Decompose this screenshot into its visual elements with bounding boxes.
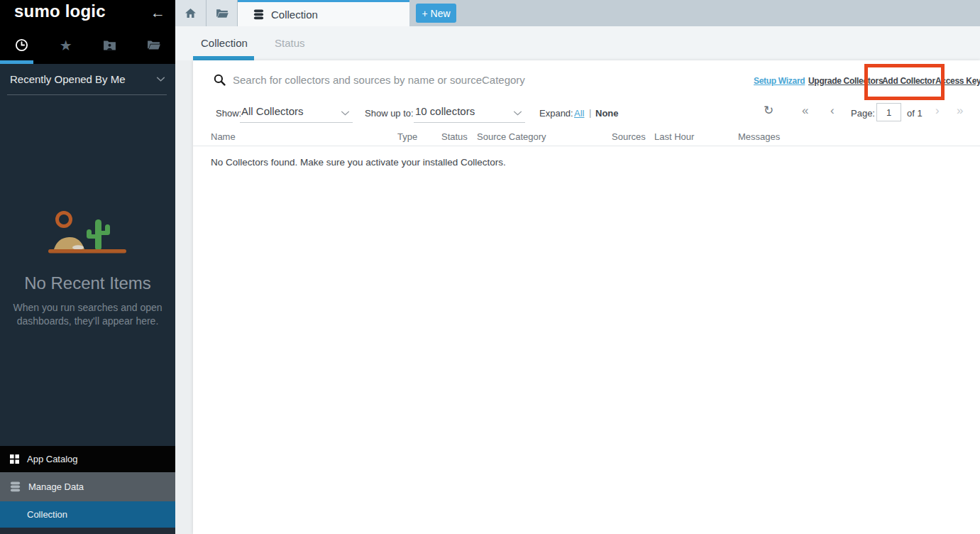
column-header-sources[interactable]: Sources xyxy=(612,131,646,142)
expand-separator: | xyxy=(589,107,591,118)
home-icon xyxy=(185,9,196,18)
search-input[interactable] xyxy=(233,70,673,89)
show-filter-label: Show: xyxy=(216,108,241,119)
recents-dropdown[interactable]: Recently Opened By Me xyxy=(0,64,175,96)
recents-dropdown-label: Recently Opened By Me xyxy=(10,73,126,85)
new-button[interactable]: + New xyxy=(416,4,456,23)
divider xyxy=(7,94,167,95)
tab-label: Collection xyxy=(271,9,318,21)
chevron-down-icon xyxy=(513,111,522,116)
main-area: Collection + New Collection Status Setup… xyxy=(175,0,980,534)
column-header-name[interactable]: Name xyxy=(211,131,236,142)
expand-label: Expand: xyxy=(539,108,573,119)
limit-filter-label: Show up to: xyxy=(365,108,414,119)
empty-table-message: No Collectors found. Make sure you activ… xyxy=(211,157,506,168)
content-area: Setup Wizard Upgrade Collectors Add Coll… xyxy=(175,60,980,534)
page-number-input[interactable] xyxy=(876,103,901,121)
sidebar: sumo logic ← ★ Recently Opened By Me xyxy=(0,0,175,534)
previous-page-icon[interactable]: ‹ xyxy=(830,104,835,118)
secondary-tabs: Collection Status xyxy=(175,26,980,60)
collection-panel: Setup Wizard Upgrade Collectors Add Coll… xyxy=(193,60,980,534)
refresh-icon[interactable]: ↻ xyxy=(764,103,773,118)
table-header-row: Name Type Status Source Category Sources… xyxy=(193,130,980,146)
column-header-last-hour[interactable]: Last Hour xyxy=(654,131,694,142)
sidebar-item-label: Manage Data xyxy=(28,481,84,492)
database-icon xyxy=(253,9,264,20)
column-header-type[interactable]: Type xyxy=(397,131,417,142)
setup-wizard-link[interactable]: Setup Wizard xyxy=(754,76,805,86)
sidebar-item-label: Collection xyxy=(27,509,67,520)
sidebar-item-collection[interactable]: Collection xyxy=(0,501,175,528)
column-header-status[interactable]: Status xyxy=(441,131,468,142)
sidebar-bottom-strip xyxy=(0,528,175,534)
home-button[interactable] xyxy=(175,0,207,26)
page-label: Page: xyxy=(851,108,875,119)
no-recent-items-title: No Recent Items xyxy=(0,273,175,293)
access-keys-link[interactable]: Access Keys xyxy=(935,76,980,86)
limit-filter-dropdown[interactable]: 10 collectors xyxy=(414,102,525,123)
sidebar-item-manage-data[interactable]: Manage Data xyxy=(0,472,175,501)
search-icon xyxy=(214,74,226,86)
sidebar-header: sumo logic ← ★ xyxy=(0,0,175,64)
open-folder-icon xyxy=(147,40,160,50)
clock-icon xyxy=(15,38,28,52)
last-page-icon[interactable]: » xyxy=(957,104,963,118)
sidebar-tab-recents[interactable] xyxy=(0,30,44,60)
subtab-collection[interactable]: Collection xyxy=(201,37,248,49)
page-total: of 1 xyxy=(907,108,923,119)
sidebar-item-label: App Catalog xyxy=(27,454,78,464)
star-icon: ★ xyxy=(60,38,72,53)
sidebar-item-app-catalog[interactable]: App Catalog xyxy=(0,446,175,472)
folder-tab-button[interactable] xyxy=(207,0,238,26)
open-folder-icon xyxy=(216,9,229,18)
sidebar-tab-library[interactable] xyxy=(131,30,175,60)
next-page-icon[interactable]: › xyxy=(935,104,940,118)
expand-all-link[interactable]: All xyxy=(574,108,584,119)
sidebar-tab-personal-folder[interactable] xyxy=(88,30,132,60)
show-filter-dropdown[interactable]: All Collectors xyxy=(240,102,353,123)
expand-none-link[interactable]: None xyxy=(595,108,619,119)
grid-icon xyxy=(10,454,19,464)
chevron-down-icon xyxy=(156,77,165,82)
column-header-source-category[interactable]: Source Category xyxy=(477,131,546,142)
tab-collection[interactable]: Collection xyxy=(238,0,409,26)
sidebar-nav-icons: ★ xyxy=(0,30,175,60)
chevron-down-icon xyxy=(341,111,350,116)
personal-folder-icon xyxy=(103,40,116,50)
sidebar-tab-favorites[interactable]: ★ xyxy=(44,30,88,60)
limit-filter-value: 10 collectors xyxy=(415,105,475,117)
column-header-messages[interactable]: Messages xyxy=(738,131,780,142)
add-collector-link[interactable]: Add Collector xyxy=(882,76,935,86)
sumo-logic-logo: sumo logic xyxy=(14,1,106,21)
collapse-sidebar-icon[interactable]: ← xyxy=(150,4,165,21)
first-page-icon[interactable]: « xyxy=(802,104,808,118)
show-filter-value: All Collectors xyxy=(241,105,304,117)
desert-cactus-illustration xyxy=(41,205,133,261)
upgrade-collectors-link[interactable]: Upgrade Collectors xyxy=(808,76,883,86)
subtab-status[interactable]: Status xyxy=(275,37,305,49)
top-tab-strip: Collection + New xyxy=(175,0,980,26)
database-icon xyxy=(10,481,21,492)
no-recent-items-description: When you run searches and open dashboard… xyxy=(10,301,165,328)
